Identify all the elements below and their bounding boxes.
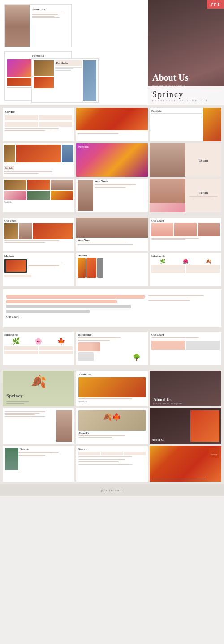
infographic-title-3: Infographic [78, 333, 146, 336]
our-chart-2-title: Our Chart [151, 333, 220, 336]
portfolio-title-3: Portfolio [4, 166, 14, 170]
portfolio-colorful-title: Portfolio [78, 145, 89, 148]
portfolio-multi-title: Portfolio [4, 201, 73, 203]
info-icon-1: 🌿 [160, 259, 165, 264]
hero-right-panel: About Us Presentation Template Sprincy P… [148, 0, 224, 105]
slides-grid-2: Our Team Your Name Our Chart [0, 215, 224, 289]
slide-autumn-leaves [76, 108, 148, 141]
slides-grid-1: Service Port [0, 105, 224, 215]
slide-about-lantern: About Us Presentation Template [150, 371, 221, 406]
watermark: gfxtra.com [0, 484, 224, 496]
flower-icon: 🌸 [34, 337, 42, 345]
slide-about-leaves: 🍂🍁 About Us [76, 408, 148, 444]
slide-your-name: Your Name [76, 179, 148, 212]
slide-portfolio-colorful: Portfolio [76, 143, 148, 177]
slide-service: Service [3, 108, 74, 141]
slide-mockup-1: Mockup [3, 253, 74, 286]
slide-our-chart-right: Our Chart [150, 218, 221, 251]
your-name-2: Your Name [78, 239, 146, 242]
wide-chart-card: Our Chart [3, 289, 221, 327]
our-team-title: Our Team [4, 219, 73, 222]
slide-your-name-2: Your Name [76, 218, 148, 251]
about-us-dark-2: About Us [152, 438, 164, 442]
slides-grid-infographic: Infographic 🌿 🌸 🍁 Infographic [0, 329, 224, 368]
hero-section: About Us Portfolio [0, 0, 224, 105]
hero-left-panel: About Us Portfolio [0, 0, 148, 105]
infographic-title-1: Infographic [151, 255, 220, 257]
slide-infographic-2: Infographic 🌿 🌸 🍁 [3, 332, 74, 365]
about-us-lantern-title: About Us [153, 397, 171, 402]
service-grid-title: Service [78, 448, 146, 451]
about-us-label-1: About Us [32, 8, 69, 11]
our-chart-title-r: Our Chart [151, 219, 220, 222]
info-icon-3: 🍂 [206, 259, 211, 264]
slide-sprincy-bottom: 🍂 Sprincy [3, 371, 74, 406]
tree-icon: 🌿 [12, 337, 20, 345]
slide-service-bottom: Service [3, 446, 74, 482]
portfolio-label-2: Portfolio [55, 60, 82, 66]
hero-about-us-title: About Us [152, 73, 220, 83]
about-us-sub: About Us [78, 400, 146, 402]
tree-icon-2: 🌳 [133, 354, 146, 361]
leaves-icon: 🍂 [31, 374, 47, 389]
slide-service-grid: Service [76, 446, 148, 482]
hero-brand-sub: Presentation Template [152, 99, 220, 102]
ppt-badge: PPT [207, 0, 224, 9]
hero-brand-name: Sprincy [152, 90, 220, 99]
leaf-icon: 🍁 [57, 337, 65, 345]
bottom-section: 🍂 Sprincy About Us About Us About Us Pre… [0, 368, 224, 484]
slide-about-simple: About Us About Us [76, 371, 148, 406]
portfolio-label-hero: Portfolio [7, 54, 69, 58]
slide-portfolio-3imgs: Portfolio [3, 143, 74, 177]
slide-team-2: Team [150, 179, 221, 212]
slide-our-chart-2: Our Chart [150, 332, 221, 365]
mockup-title-1: Mockup [4, 255, 73, 257]
about-us-leaves: About Us [78, 432, 146, 435]
infographic-title-2: Infographic [4, 333, 73, 336]
slide-portfolio-multi: Portfolio [3, 179, 74, 212]
slide-team-right: Team [150, 143, 221, 177]
service-title: Service [5, 110, 72, 114]
slide-mockup-2: Mockup [76, 253, 148, 286]
bottom-grid: 🍂 Sprincy About Us About Us About Us Pre… [3, 371, 221, 482]
slide-about-dark-2: About Us [150, 408, 221, 444]
info-icon-2: 🌺 [183, 259, 188, 264]
slide-infographic-3: Infographic 🌳 [76, 332, 148, 365]
slide-about-text [3, 408, 74, 444]
sprincy-title-bottom: Sprincy [6, 393, 23, 398]
about-autumn-badge: Service [209, 448, 219, 458]
about-us-lantern-sub: Presentation Template [153, 402, 182, 405]
leaves-icon-2: 🍂🍁 [103, 413, 121, 421]
portfolio-label-r: Portfolio [151, 110, 202, 112]
team-title: Team [198, 158, 208, 162]
hero-overlay: About Us Presentation Template [152, 73, 220, 87]
slide-about-autumn-bottom: Service [150, 446, 221, 482]
mockup-title-2: Mockup [78, 254, 146, 257]
team-2-title: Team [198, 191, 208, 195]
service-autumn-label: Service [211, 453, 217, 456]
slide-infographic-1: Infographic 🌿 🌺 🍂 [150, 253, 221, 286]
our-chart-wide: Our Chart [6, 316, 145, 318]
your-name-label: Your Name [95, 180, 146, 183]
watermark-text: gfxtra.com [101, 488, 123, 492]
slide-our-team: Our Team [3, 218, 74, 251]
hero-brand-block: Sprincy Presentation Template [148, 86, 224, 105]
about-us-simple: About Us [78, 373, 146, 376]
slide-portfolio-right: Portfolio [150, 108, 221, 141]
